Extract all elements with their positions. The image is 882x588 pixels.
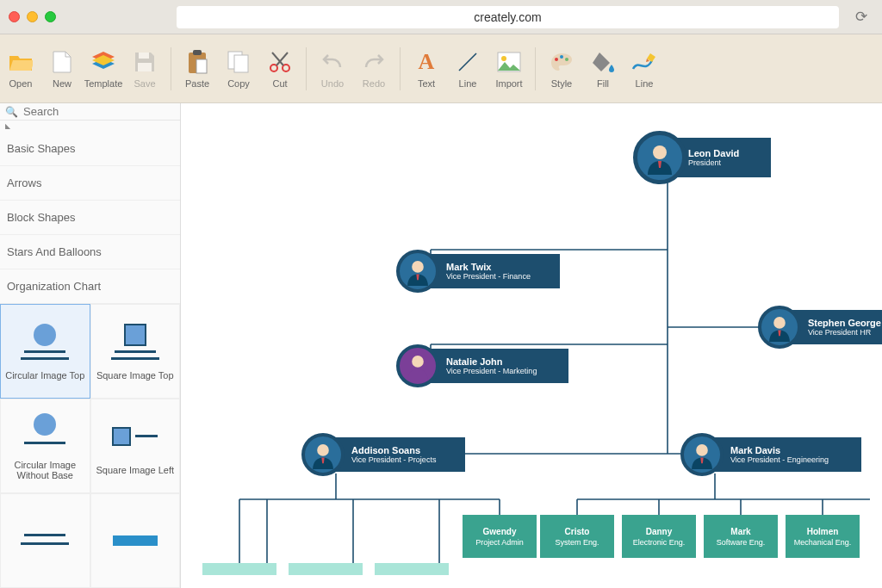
svg-rect-4: [196, 59, 207, 73]
avatar-icon: [633, 131, 686, 184]
fill-button[interactable]: Fill: [582, 49, 624, 89]
category-arrows[interactable]: Arrows: [0, 166, 180, 201]
org-leaf-ghost[interactable]: [375, 563, 449, 575]
org-node-vp-projects[interactable]: Addison SoansVice President - Projects: [327, 437, 465, 472]
shape-circular-no-base[interactable]: Circular Image Without Base: [0, 399, 90, 493]
text-button[interactable]: AText: [406, 49, 447, 89]
leaf-name: Mark: [730, 527, 750, 536]
save-button[interactable]: Save: [124, 49, 165, 89]
separator: [171, 47, 171, 90]
maximize-window-button[interactable]: [45, 11, 56, 22]
org-leaf-ghost[interactable]: [202, 563, 276, 575]
node-name: Leon David: [688, 148, 759, 158]
shapes-grid: Circular Image Top Square Image Top Circ…: [0, 304, 180, 588]
org-node-president[interactable]: Leon DavidPresident: [659, 138, 771, 177]
shape-label: Square Image Top: [96, 370, 174, 381]
category-block-shapes[interactable]: Block Shapes: [0, 201, 180, 235]
undo-icon: [320, 49, 345, 75]
open-button[interactable]: Open: [0, 49, 41, 89]
category-org-chart[interactable]: Organization Chart: [0, 269, 180, 304]
palette-icon: [549, 49, 575, 75]
line-tool-button[interactable]: Line: [447, 49, 488, 89]
label: Import: [495, 78, 522, 89]
paste-button[interactable]: Paste: [177, 49, 218, 89]
minimize-window-button[interactable]: [27, 11, 38, 22]
shape-circular-top[interactable]: Circular Image Top: [0, 304, 90, 399]
diagram-canvas[interactable]: Leon DavidPresident Mark TwixVice Presid…: [181, 103, 882, 588]
shape-preview-icon: [109, 417, 161, 460]
svg-point-12: [555, 58, 558, 61]
leaf-name: Cristo: [565, 527, 590, 536]
dropdown-triangle-icon[interactable]: ◣: [0, 121, 180, 132]
org-node-vp-finance[interactable]: Mark TwixVice President - Finance: [422, 254, 560, 288]
org-node-vp-engineering[interactable]: Mark DavisVice President - Engineering: [706, 437, 861, 472]
shape-extra-1[interactable]: [0, 493, 90, 588]
svg-rect-16: [24, 350, 65, 353]
org-node-vp-hr[interactable]: Stephen GeorgeVice President HR: [784, 310, 882, 344]
copy-button[interactable]: Copy: [218, 49, 259, 89]
reload-button[interactable]: ⟳: [849, 5, 873, 29]
redo-button[interactable]: Redo: [353, 49, 394, 89]
svg-rect-24: [135, 435, 158, 437]
shape-preview-icon: [109, 519, 161, 562]
org-leaf-holmen[interactable]: HolmenMechanical Eng.: [786, 515, 860, 558]
paint-bucket-icon: [590, 49, 616, 75]
scissors-icon: [267, 49, 293, 75]
document-new-icon: [49, 49, 75, 75]
leaf-role: Mechanical Eng.: [794, 538, 852, 547]
image-import-icon: [496, 49, 522, 75]
svg-point-13: [560, 55, 563, 59]
label: Style: [551, 78, 572, 89]
svg-point-55: [696, 444, 708, 456]
org-leaf-mark[interactable]: MarkSoftware Eng.: [704, 515, 778, 558]
window-controls: [9, 11, 56, 22]
shapes-sidebar: 🔍 ◣ Basic Shapes Arrows Block Shapes Sta…: [0, 103, 181, 588]
browser-chrome: creately.com ⟳: [0, 0, 882, 34]
svg-rect-1: [138, 63, 152, 71]
shapes-search-input[interactable]: [23, 105, 175, 118]
svg-rect-20: [111, 357, 159, 360]
template-button[interactable]: Template: [83, 49, 124, 89]
shape-preview-icon: [109, 322, 161, 365]
svg-point-52: [412, 356, 424, 368]
svg-point-15: [34, 324, 56, 346]
org-leaf-danny[interactable]: DannyElectronic Eng.: [622, 515, 696, 558]
category-basic-shapes[interactable]: Basic Shapes: [0, 132, 180, 166]
svg-point-50: [653, 145, 667, 159]
svg-rect-25: [24, 534, 65, 536]
close-window-button[interactable]: [9, 11, 20, 22]
shape-extra-2[interactable]: [90, 493, 181, 588]
avatar-icon: [396, 344, 439, 387]
shape-square-top[interactable]: Square Image Top: [90, 304, 181, 399]
node-role: Vice President - Engineering: [730, 455, 849, 464]
new-button[interactable]: New: [41, 49, 83, 89]
label: Open: [9, 78, 33, 89]
svg-rect-19: [115, 350, 156, 353]
label: Cut: [272, 78, 287, 89]
undo-button[interactable]: Undo: [312, 49, 353, 89]
shape-label: Square Image Left: [96, 465, 174, 475]
svg-line-9: [459, 53, 476, 71]
svg-point-8: [283, 65, 289, 71]
org-leaf-gwendy[interactable]: GwendyProject Admin: [463, 515, 537, 558]
svg-rect-17: [21, 357, 69, 360]
import-button[interactable]: Import: [488, 49, 530, 89]
separator: [400, 47, 401, 90]
address-bar[interactable]: creately.com: [177, 6, 839, 28]
cut-button[interactable]: Cut: [259, 49, 301, 89]
node-role: Vice President - Finance: [446, 272, 548, 281]
svg-rect-26: [21, 542, 69, 545]
org-node-vp-marketing[interactable]: Natalie JohnVice President - Marketing: [422, 349, 568, 383]
org-leaf-cristo[interactable]: CristoSystem Eng.: [540, 515, 614, 558]
svg-point-21: [34, 413, 56, 436]
label: Line: [636, 78, 654, 89]
template-stack-icon: [90, 49, 116, 75]
svg-rect-3: [193, 50, 202, 55]
org-leaf-ghost[interactable]: [289, 563, 363, 575]
line-style-button[interactable]: Line: [624, 49, 665, 89]
category-stars-balloons[interactable]: Stars And Balloons: [0, 235, 180, 269]
shape-square-left[interactable]: Square Image Left: [90, 399, 181, 493]
svg-point-51: [412, 261, 424, 273]
style-button[interactable]: Style: [541, 49, 582, 89]
avatar-icon: [301, 433, 345, 476]
